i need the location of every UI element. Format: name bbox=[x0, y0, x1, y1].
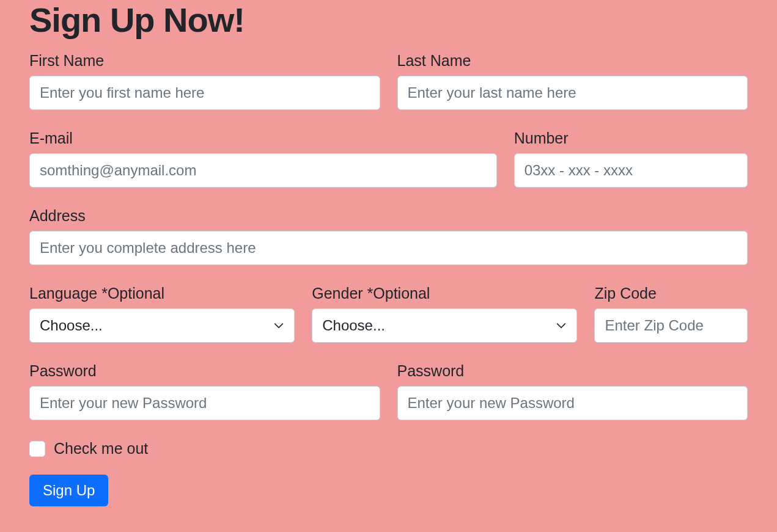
email-input[interactable] bbox=[29, 153, 497, 188]
password-confirm-label: Password bbox=[397, 362, 748, 380]
email-label: E-mail bbox=[29, 129, 497, 147]
address-label: Address bbox=[29, 207, 748, 225]
first-name-label: First Name bbox=[29, 52, 380, 70]
gender-label: Gender *Optional bbox=[312, 285, 577, 302]
password-label: Password bbox=[29, 362, 380, 380]
signup-form: First Name Last Name E-mail Number Addre… bbox=[29, 52, 748, 506]
last-name-input[interactable] bbox=[397, 76, 748, 110]
terms-checkbox[interactable] bbox=[29, 441, 45, 457]
language-select-value: Choose... bbox=[40, 317, 103, 334]
first-name-input[interactable] bbox=[29, 76, 380, 110]
last-name-label: Last Name bbox=[397, 52, 748, 70]
gender-select[interactable]: Choose... bbox=[312, 308, 577, 343]
number-input[interactable] bbox=[514, 153, 748, 188]
zip-input[interactable] bbox=[594, 308, 748, 343]
signup-button[interactable]: Sign Up bbox=[29, 475, 108, 506]
zip-label: Zip Code bbox=[594, 285, 748, 302]
gender-select-value: Choose... bbox=[322, 317, 385, 334]
password-input[interactable] bbox=[29, 386, 380, 420]
address-input[interactable] bbox=[29, 231, 748, 265]
language-select[interactable]: Choose... bbox=[29, 308, 295, 343]
number-label: Number bbox=[514, 129, 748, 147]
chevron-down-icon bbox=[556, 320, 567, 331]
chevron-down-icon bbox=[273, 320, 284, 331]
page-title: Sign Up Now! bbox=[29, 0, 748, 40]
terms-checkbox-label[interactable]: Check me out bbox=[54, 440, 148, 457]
password-confirm-input[interactable] bbox=[397, 386, 748, 420]
language-label: Language *Optional bbox=[29, 285, 295, 302]
